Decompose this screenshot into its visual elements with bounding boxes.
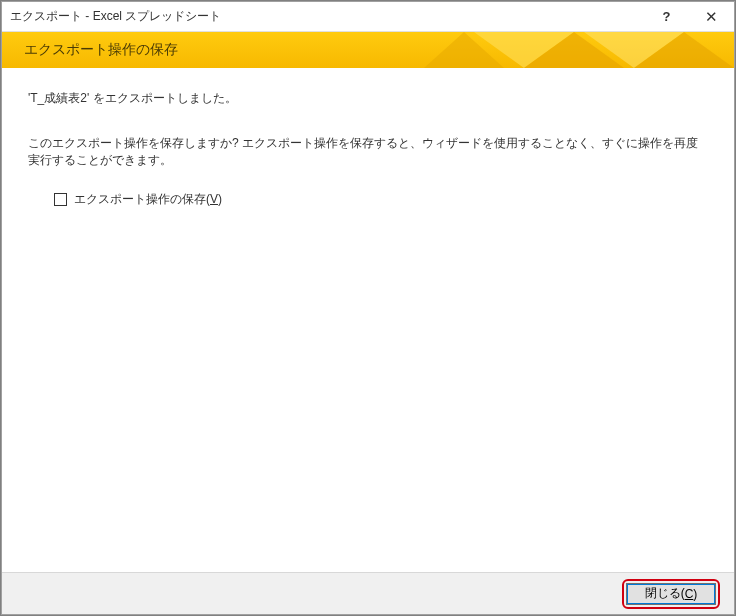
export-result-text: 'T_成績表2' をエクスポートしました。	[28, 90, 708, 107]
titlebar-controls: ? ✕	[644, 2, 734, 31]
button-bar: 閉じる(C)	[2, 572, 734, 614]
svg-marker-1	[474, 32, 574, 68]
svg-marker-3	[584, 32, 684, 68]
save-operation-checkbox[interactable]	[54, 193, 67, 206]
svg-marker-2	[524, 32, 624, 68]
close-button-highlight: 閉じる(C)	[622, 579, 720, 609]
window-close-button[interactable]: ✕	[689, 2, 734, 31]
wizard-header: エクスポート操作の保存	[2, 32, 734, 68]
wizard-title: エクスポート操作の保存	[24, 41, 178, 59]
save-operation-checkbox-row: エクスポート操作の保存(V)	[28, 191, 708, 208]
svg-marker-4	[634, 32, 734, 68]
help-button[interactable]: ?	[644, 2, 689, 31]
export-dialog: エクスポート - Excel スプレッドシート ? ✕ エクスポート操作の保存 …	[1, 1, 735, 615]
save-operation-checkbox-label[interactable]: エクスポート操作の保存(V)	[74, 191, 222, 208]
titlebar: エクスポート - Excel スプレッドシート ? ✕	[2, 2, 734, 32]
window-title: エクスポート - Excel スプレッドシート	[10, 8, 644, 25]
wizard-content: 'T_成績表2' をエクスポートしました。 このエクスポート操作を保存しますか?…	[2, 68, 734, 572]
close-button[interactable]: 閉じる(C)	[626, 583, 716, 605]
svg-marker-0	[424, 32, 504, 68]
save-prompt-text: このエクスポート操作を保存しますか? エクスポート操作を保存すると、ウィザードを…	[28, 135, 708, 169]
header-decoration	[374, 32, 734, 68]
